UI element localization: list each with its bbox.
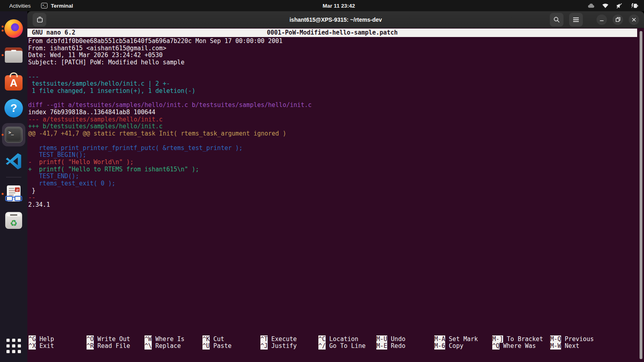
- buffer-line: --: [28, 194, 644, 202]
- shortcut-label: Go To Line: [329, 342, 365, 350]
- shortcut-exit: ^XExit: [29, 343, 87, 350]
- maximize-button[interactable]: [613, 14, 623, 25]
- buffer-line: From: ishant615 <aishant615@gmail.com>: [28, 45, 644, 52]
- system-status-area[interactable]: [588, 3, 644, 9]
- dock-divider: [6, 177, 21, 177]
- buffer-line: 2.34.1: [28, 202, 644, 209]
- shortcut-key: M-A: [434, 335, 445, 343]
- shortcut-cut: ^KCut: [202, 336, 260, 343]
- close-button[interactable]: [629, 14, 639, 25]
- shortcut-redo: M-ERedo: [376, 343, 434, 350]
- shortcut-paste: ^UPaste: [202, 343, 260, 350]
- shortcut-label: Where Is: [155, 335, 184, 343]
- buffer-line: testsuites/samples/hello/init.c | 2 +-: [28, 80, 644, 88]
- shortcut-key: M-W: [550, 342, 561, 350]
- buffer-line: ---: [28, 74, 644, 81]
- dock-item-vscode[interactable]: [0, 148, 27, 175]
- running-indicator: [2, 193, 4, 195]
- dock-item-document-viewer[interactable]: e: [0, 181, 27, 207]
- shortcut-key: ^C: [318, 335, 326, 343]
- shortcut-key: ^J: [260, 342, 268, 350]
- terminal-viewport[interactable]: GNU nano 6.2 0001-PoW-Modified-hello-sam…: [27, 28, 644, 362]
- close-icon: [632, 17, 636, 22]
- nano-filename: 0001-PoW-Modified-hello-sample.patch: [27, 29, 637, 37]
- buffer-line: index 76b939818a..1364841ab8 100644: [28, 109, 644, 116]
- dock-item-ubuntu-software[interactable]: A: [0, 68, 27, 95]
- shortcuts-row1: ^GHelp^OWrite Out^WWhere Is^KCut^TExecut…: [29, 336, 637, 343]
- buffer-line: [28, 95, 644, 102]
- show-apps-button[interactable]: [6, 339, 21, 353]
- shortcut-key: M-]: [492, 335, 503, 343]
- buffer-line: TEST_BEGIN();: [28, 152, 644, 159]
- shortcut-label: Undo: [391, 335, 405, 343]
- shortcut-key: ^X: [29, 342, 36, 350]
- battery-charging-icon: [630, 3, 638, 9]
- shortcut-label: Location: [329, 335, 358, 343]
- dock-item-firefox[interactable]: [0, 15, 27, 42]
- shortcut-key: M-E: [376, 342, 387, 350]
- minimize-button[interactable]: [597, 14, 607, 25]
- shortcut-label: Previous: [565, 335, 594, 343]
- dock-item-terminal[interactable]: >_: [0, 121, 27, 148]
- nano-buffer: From dcbfd1f0b0ee68ab551cb5a1640f5a696a7…: [27, 37, 644, 209]
- shortcut-label: Read File: [97, 342, 130, 350]
- vscode-icon: [5, 152, 23, 170]
- dock-item-files[interactable]: [0, 42, 27, 68]
- shortcut-copy: M-6Copy: [434, 343, 492, 350]
- buffer-line: From dcbfd1f0b0ee68ab551cb5a1640f5a696a7…: [28, 38, 644, 45]
- hamburger-icon: [573, 17, 579, 22]
- buffer-line: Date: Wed, 11 Mar 2026 23:24:42 +0530: [28, 52, 644, 59]
- cloud-icon: [588, 3, 595, 8]
- menu-button[interactable]: [569, 13, 583, 27]
- search-button[interactable]: [550, 13, 564, 27]
- trash-icon: ♻: [5, 212, 22, 229]
- scrollbar[interactable]: [640, 31, 642, 359]
- shortcut-undo: M-UUndo: [376, 336, 434, 343]
- buffer-line: - printf( "Hello World\n" );: [28, 159, 644, 166]
- shortcut-label: Redo: [391, 342, 405, 350]
- dock-item-help[interactable]: ?: [0, 95, 27, 121]
- firefox-icon: [4, 19, 23, 38]
- shortcut-where-was: ^QWhere Was: [492, 343, 550, 350]
- shortcut-key: ^T: [260, 335, 268, 343]
- buffer-line: [28, 138, 644, 145]
- minimize-icon: [599, 17, 604, 22]
- app-menu[interactable]: >_ Terminal: [41, 3, 73, 9]
- shortcut-key: M-U: [376, 335, 387, 343]
- shortcut-go-to-line: ^/Go To Line: [318, 343, 376, 350]
- shortcut-key: M-Q: [550, 335, 561, 343]
- dock-item-trash[interactable]: ♻: [0, 207, 27, 234]
- buffer-line: @@ -41,7 +41,7 @@ static rtems_task Init…: [28, 130, 644, 138]
- shortcut-execute: ^TExecute: [260, 336, 318, 343]
- buffer-line: [28, 66, 644, 74]
- running-indicator: [2, 134, 4, 136]
- shortcut-key: ^O: [87, 335, 94, 343]
- shortcut-key: ^G: [29, 335, 36, 343]
- shortcut-previous: M-QPrevious: [550, 336, 608, 343]
- restore-icon: [615, 17, 621, 22]
- buffer-line: rtems_print_printer_fprintf_putc( &rtems…: [28, 145, 644, 152]
- buffer-line: + printf( "Hello to RTEMS from ishant615…: [28, 166, 644, 173]
- shortcut-key: ^R: [87, 342, 94, 350]
- buffer-line: rtems_test_exit( 0 );: [28, 180, 644, 187]
- shortcut-set-mark: M-ASet Mark: [434, 336, 492, 343]
- shortcut-label: Paste: [213, 342, 231, 350]
- shortcut-replace: ^\Replace: [144, 343, 202, 350]
- document-viewer-icon: e: [5, 185, 23, 203]
- shortcut-key: M-6: [434, 342, 445, 350]
- nano-shortcut-bar: ^GHelp^OWrite Out^WWhere Is^KCut^TExecut…: [29, 336, 637, 350]
- shortcut-justify: ^JJustify: [260, 343, 318, 350]
- shortcut-label: Help: [39, 335, 54, 343]
- buffer-line: Subject: [PATCH] PoW: Modified hello sam…: [28, 59, 644, 66]
- terminal-icon: >_: [5, 127, 23, 143]
- shortcut-next: M-WNext: [550, 343, 608, 350]
- shortcut-key: ^\: [144, 342, 152, 350]
- new-tab-button[interactable]: [33, 13, 46, 27]
- terminal-window: ishant615@XPS-9315: ~/rtems-dev: [27, 11, 644, 362]
- clock[interactable]: Mar 11 23:42: [323, 0, 355, 11]
- shortcut-label: Execute: [271, 335, 297, 343]
- buffer-line: 1 file changed, 1 insertion(+), 1 deleti…: [28, 88, 644, 95]
- window-headerbar[interactable]: ishant615@XPS-9315: ~/rtems-dev: [27, 11, 644, 28]
- activities-button[interactable]: Activities: [8, 2, 32, 10]
- shortcuts-row2: ^XExit^RRead File^\Replace^UPaste^JJusti…: [29, 343, 637, 350]
